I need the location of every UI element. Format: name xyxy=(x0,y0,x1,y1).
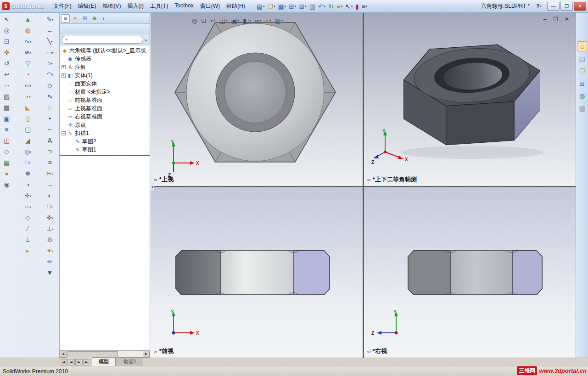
axis-icon[interactable]: ⁄ xyxy=(22,224,34,234)
doc-restore-button[interactable]: ❐ xyxy=(553,16,559,22)
arc-icon[interactable]: ◠▾ xyxy=(44,69,56,79)
scroll-left-button[interactable]: ◀ xyxy=(60,351,67,358)
view-orientation-icon[interactable]: ▣▾ xyxy=(230,16,240,25)
tree-item-solid-bodies[interactable]: + ◧ 实体(1) xyxy=(60,71,150,79)
displaymanager-tab-icon[interactable]: ◐ xyxy=(100,14,108,22)
select-cursor-icon[interactable]: ↖▾ xyxy=(344,1,354,11)
viewport-right-view[interactable]: Y Z ∞ *右视 xyxy=(364,187,576,358)
menu-window[interactable]: 窗口(W) xyxy=(197,1,223,11)
first-tab-button[interactable]: |◀ xyxy=(60,359,67,365)
repair-sketch-icon[interactable]: ⚙ xyxy=(44,235,56,245)
custom-properties-icon[interactable]: ▥ xyxy=(577,103,587,113)
menu-tools[interactable]: 工具(T) xyxy=(147,1,171,11)
tree-item-front-plane[interactable]: ▱ 前视基准面 xyxy=(60,96,150,104)
extruded-cut-icon[interactable]: ▽ xyxy=(22,58,34,68)
linear-sketch-pattern-icon[interactable]: ∷▾ xyxy=(44,202,56,212)
tree-item-surface-bodies[interactable]: ◌ 曲面实体 xyxy=(60,79,150,88)
tree-expander[interactable]: − xyxy=(62,131,66,135)
tree-item-sweep1[interactable]: − ∿ 扫描1 xyxy=(60,129,150,137)
tree-item-origin[interactable]: ✛ 原点 xyxy=(60,121,150,129)
dimxpertmanager-tab-icon[interactable]: ⊕ xyxy=(90,14,99,22)
edit-appearance-icon[interactable]: ●▾ xyxy=(335,1,344,11)
lofted-boss-icon[interactable]: ≋▾ xyxy=(22,47,34,57)
text-icon[interactable]: A xyxy=(44,135,56,146)
line-icon[interactable]: ╲▾ xyxy=(44,36,56,46)
trim-entities-icon[interactable]: ✂▾ xyxy=(44,168,56,179)
rebuild-icon[interactable]: ↻ xyxy=(327,1,335,11)
display-relations-icon[interactable]: ⊥▾ xyxy=(44,224,56,234)
viewport-isometric-view[interactable]: Y X Z ∞ *上下二等角轴测 xyxy=(364,13,576,186)
make-assembly-icon[interactable]: ⊠▾ xyxy=(297,1,308,11)
instant3d-icon[interactable]: ▸ xyxy=(22,246,34,256)
mirror-icon[interactable]: ◑ xyxy=(22,180,34,190)
make-drawing-icon[interactable]: ⊞▾ xyxy=(287,1,297,11)
zoom-fit-icon[interactable]: ◎ xyxy=(191,16,198,25)
new-file-icon[interactable]: ▤▾ xyxy=(255,1,266,11)
tab-animation1[interactable]: 动画1 xyxy=(117,357,143,366)
linear-pattern-icon[interactable]: ∷▾ xyxy=(22,157,34,168)
shell-icon[interactable]: ▢ xyxy=(22,124,34,135)
featuremanager-split-bar[interactable] xyxy=(60,155,150,156)
quick-snaps-icon[interactable]: ✦▾ xyxy=(44,246,56,256)
convert-entities-icon[interactable]: ⊃ xyxy=(44,146,56,157)
toolbox-icon[interactable]: ▮ xyxy=(354,1,360,11)
featurepanel-collapse-handle[interactable]: ◀ xyxy=(151,182,154,191)
coordinate-system-icon[interactable]: ⊥ xyxy=(22,235,34,245)
maximize-button[interactable]: ❐ xyxy=(560,2,573,11)
chamfer-icon[interactable]: ◣ xyxy=(22,102,34,112)
save-icon[interactable]: ▦▾ xyxy=(276,1,287,11)
open-file-icon[interactable]: ❐▾ xyxy=(266,1,276,11)
section-view-icon[interactable]: ◫ xyxy=(1,135,12,146)
centerline-icon[interactable]: ┄ xyxy=(44,124,56,135)
propertymanager-tab-icon[interactable]: ✦ xyxy=(71,14,79,22)
hole-wizard-icon[interactable]: ◎▾ xyxy=(22,146,34,157)
doc-minimize-button[interactable]: – xyxy=(542,16,548,22)
tree-item-sketch1[interactable]: ✎ 草图1 xyxy=(60,146,150,154)
appearances-scenes-icon[interactable]: ◍ xyxy=(577,91,587,101)
tree-item-sketch2[interactable]: ✎ 草图2 xyxy=(60,137,150,146)
menu-help[interactable]: 帮助(H) xyxy=(223,1,248,11)
menu-view[interactable]: 视图(V) xyxy=(100,1,124,11)
minimize-button[interactable]: — xyxy=(547,2,560,11)
move-entities-icon[interactable]: ✜▾ xyxy=(44,213,56,223)
rapid-sketch-icon[interactable]: ✏ xyxy=(44,257,56,267)
doc-close-button[interactable]: ✕ xyxy=(564,16,570,22)
solidworks-resources-icon[interactable]: ⌂ xyxy=(577,41,587,51)
spline-icon[interactable]: ∿ xyxy=(44,91,56,101)
view-orientation-icon[interactable]: ◇ xyxy=(1,146,12,157)
close-button[interactable]: ✕ xyxy=(574,2,586,11)
design-library-icon[interactable]: ▤ xyxy=(577,54,587,64)
print-icon[interactable]: ▥ xyxy=(308,1,317,11)
command-manager-icon[interactable]: ≡▾ xyxy=(360,1,369,11)
view-palette-icon[interactable]: ⊞ xyxy=(577,79,587,89)
select-icon[interactable]: ↖ xyxy=(1,14,12,24)
circle-icon[interactable]: ○▾ xyxy=(44,58,56,68)
scroll-right-button[interactable]: ▶ xyxy=(143,351,150,358)
revolved-boss-icon[interactable]: ◍ xyxy=(22,25,34,35)
previous-view-icon[interactable]: ↩ xyxy=(209,16,217,25)
mirror-entities-icon[interactable]: ◐ xyxy=(44,191,56,201)
revolved-cut-icon[interactable]: ◔ xyxy=(22,69,34,79)
tree-item-material[interactable]: ≡ 材质 <未指定> xyxy=(60,88,150,96)
panel-overflow-button[interactable]: » xyxy=(143,37,148,43)
last-tab-button[interactable]: ▶| xyxy=(83,359,90,365)
shaded-with-edges-icon[interactable]: ▣ xyxy=(1,113,12,123)
file-explorer-icon[interactable]: ❐ xyxy=(577,66,587,76)
plane-icon[interactable]: ◇ xyxy=(22,213,34,223)
scrollbar-track[interactable] xyxy=(67,351,143,358)
tree-item-sensors[interactable]: ◉ 传感器 xyxy=(60,55,150,63)
pan-icon[interactable]: ✜ xyxy=(1,47,12,57)
zoom-area-icon[interactable]: ⊡ xyxy=(1,36,12,46)
rectangle-icon[interactable]: ▭▾ xyxy=(44,47,56,57)
extend-entities-icon[interactable]: → xyxy=(44,180,56,190)
hidden-lines-visible-icon[interactable]: ▨ xyxy=(1,91,12,101)
tree-item-top-plane[interactable]: ▱ 上视基准面 xyxy=(60,104,150,112)
point-icon[interactable]: • xyxy=(44,113,56,123)
tree-item-root[interactable]: ◆ 六角螺母 (默认<<默认>_显示状 xyxy=(60,46,150,55)
tree-expander[interactable]: + xyxy=(62,73,66,78)
polygon-icon[interactable]: ◇ xyxy=(44,80,56,90)
menu-file[interactable]: 文件(F) xyxy=(50,1,74,11)
scrollbar-thumb[interactable] xyxy=(67,351,118,357)
tree-item-right-plane[interactable]: ▱ 右视基准面 xyxy=(60,112,150,121)
ellipse-icon[interactable]: ◌ xyxy=(44,102,56,112)
